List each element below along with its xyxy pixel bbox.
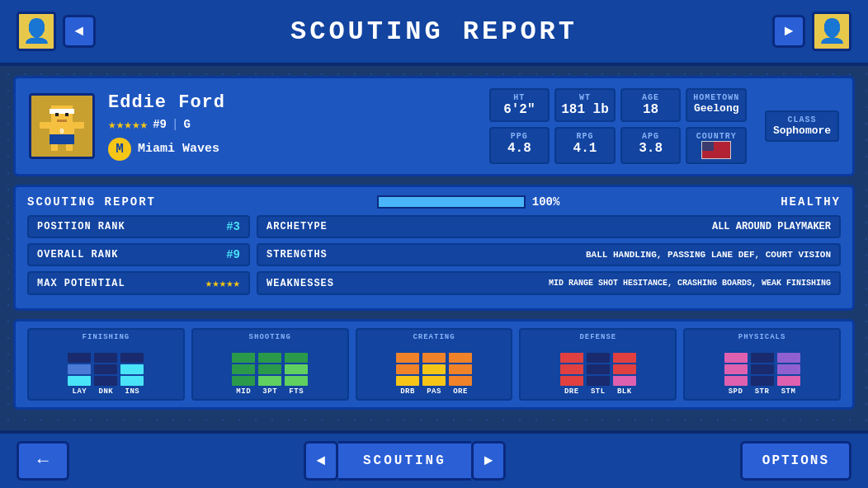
dnk-skill: DNK [94, 345, 117, 396]
pas-skill: PAS [422, 345, 446, 396]
blk-skill: BLK [613, 345, 636, 396]
right-avatar: 👤 [812, 12, 851, 51]
weaknesses-cell: WEAKNESSES MID RANGE SHOT HESITANCE, CRA… [257, 271, 841, 295]
options-button[interactable]: OPTIONS [740, 441, 851, 481]
scouting-header: SCOUTING REPORT 100% HEALTHY [27, 195, 841, 209]
svg-rect-7 [51, 144, 58, 151]
svg-rect-10 [74, 122, 84, 129]
svg-text:9: 9 [59, 128, 64, 136]
bottom-bar: ← ◄ SCOUTING ► OPTIONS [0, 430, 868, 488]
player-name: Eddie Ford [108, 92, 460, 113]
page-title: SCOUTING REPORT [290, 16, 578, 47]
creating-bars: DRB PAS [362, 345, 507, 396]
skills-section: FINISHING LAY [13, 319, 855, 410]
class-section: CLASS Sophomore [765, 110, 839, 142]
progress-text: 100% [532, 195, 560, 209]
lay-skill: LAY [68, 345, 91, 396]
info-row-1: POSITION RANK #3 ARCHETYPE ALL AROUND PL… [27, 215, 841, 238]
stats-grid: HT 6'2" WT 181 lb AGE 18 HOMETOWN Geelon… [489, 88, 747, 164]
fts-skill: FTS [285, 345, 308, 396]
finishing-bars: LAY DNK [34, 345, 178, 396]
ht-stat: HT 6'2" [489, 88, 550, 122]
skills-categories: FINISHING LAY [27, 328, 841, 401]
info-row-2: OVERALL RANK #9 STRENGTHS BALL HANDLING,… [27, 243, 841, 266]
spd-skill: SPD [724, 345, 748, 396]
apg-stat: APG 3.8 [620, 127, 682, 164]
str-skill: STR [751, 345, 774, 396]
3pt-skill: 3PT [258, 345, 281, 396]
left-avatar: 👤 [17, 12, 56, 51]
defense-bars: DRE STL [526, 345, 670, 396]
right-nav: ► 👤 [772, 12, 851, 51]
player-sprite: 9 [29, 93, 95, 159]
wt-stat: WT 181 lb [554, 88, 616, 122]
svg-rect-9 [40, 122, 50, 129]
svg-rect-8 [66, 144, 73, 151]
max-potential-cell: MAX POTENTIAL ★★★★★ [27, 271, 250, 295]
progress-bar [377, 195, 526, 209]
svg-rect-4 [65, 113, 68, 116]
player-info: Eddie Ford ★★★★★ #9 | G M Miami Waves [108, 92, 460, 161]
svg-rect-3 [55, 113, 59, 116]
progress-fill [379, 197, 524, 207]
archetype-cell: ARCHETYPE ALL AROUND PLAYMAKER [257, 215, 841, 238]
player-number: #9 [153, 118, 167, 131]
progress-container: 100% [377, 195, 560, 209]
top-bar: 👤 ◄ SCOUTING REPORT ► 👤 [0, 0, 868, 66]
flag-icon [701, 141, 731, 159]
prev-player-button[interactable]: ◄ [63, 15, 96, 48]
left-nav: 👤 ◄ [17, 12, 96, 51]
hometown-stat: HOMETOWN Geelong [686, 88, 747, 122]
back-button[interactable]: ← [17, 441, 69, 481]
overall-rank-cell: OVERALL RANK #9 [27, 243, 250, 266]
scouting-prev-button[interactable]: ◄ [304, 441, 338, 481]
scouting-nav-label: SCOUTING [338, 441, 471, 481]
stm-skill: STM [777, 345, 800, 396]
svg-rect-2 [50, 109, 74, 114]
shooting-bars: MID 3PT [198, 345, 342, 396]
scouting-section: SCOUTING REPORT 100% HEALTHY POSITION RA… [13, 185, 855, 311]
scouting-section-title: SCOUTING REPORT [27, 195, 156, 209]
main-content: 9 Eddie Ford ★★★★★ #9 | G M Miami Waves [0, 66, 868, 428]
age-stat: AGE 18 [620, 88, 682, 122]
player-separator: | [172, 118, 178, 131]
finishing-group: FINISHING LAY [27, 328, 185, 401]
shooting-group: SHOOTING MID [191, 328, 349, 401]
scouting-nav: ◄ SCOUTING ► [304, 441, 506, 481]
player-stars: ★★★★★ [108, 116, 148, 133]
physicals-bars: SPD STR [690, 345, 834, 396]
info-row-3: MAX POTENTIAL ★★★★★ WEAKNESSES MID RANGE… [27, 271, 841, 295]
defense-group: DEFENSE DRE [519, 328, 677, 401]
dre-skill: DRE [560, 345, 583, 396]
scouting-next-button[interactable]: ► [471, 441, 506, 481]
ins-skill: INS [120, 345, 144, 396]
position-rank-cell: POSITION RANK #3 [27, 215, 250, 238]
mid-skill: MID [232, 345, 255, 396]
team-logo: M [108, 138, 131, 161]
next-player-button[interactable]: ► [772, 15, 805, 48]
team-name: Miami Waves [138, 142, 219, 156]
status-badge: HEALTHY [781, 195, 841, 209]
stl-skill: STL [587, 345, 610, 396]
ppg-stat: PPG 4.8 [489, 127, 550, 164]
physicals-group: PHYSICALS SPD [683, 328, 841, 401]
player-position: G [183, 118, 190, 131]
player-card: 9 Eddie Ford ★★★★★ #9 | G M Miami Waves [13, 76, 855, 176]
country-stat: COUNTRY [686, 127, 747, 164]
creating-group: CREATING DRB [356, 328, 513, 401]
player-team: M Miami Waves [108, 138, 460, 161]
strengths-cell: STRENGTHS BALL HANDLING, PASSING LANE DE… [257, 243, 841, 266]
class-stat-box: CLASS Sophomore [765, 110, 839, 142]
svg-rect-5 [57, 120, 67, 122]
ore-skill: ORE [449, 345, 472, 396]
drb-skill: DRB [396, 345, 419, 396]
rpg-stat: RPG 4.1 [554, 127, 616, 164]
